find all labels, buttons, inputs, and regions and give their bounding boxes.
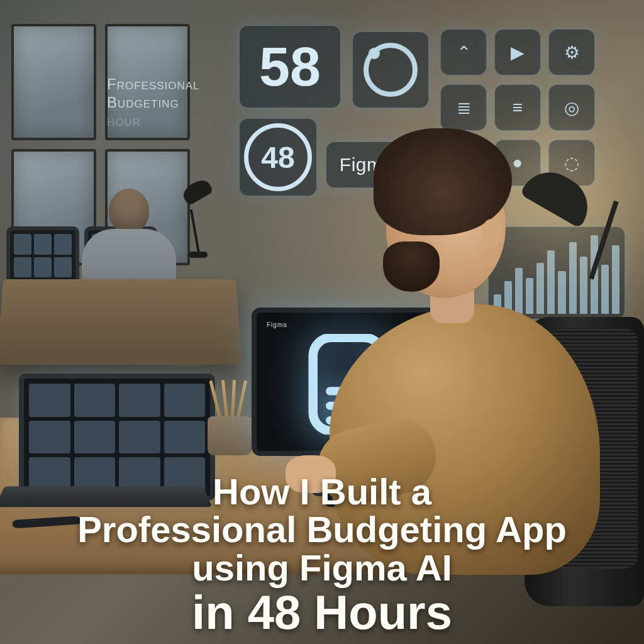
holo-chevron-icon: ⌃ [440, 29, 487, 75]
holo-list-icon: ≡ [494, 84, 541, 131]
holo-play-icon: ▶ [494, 29, 541, 75]
background-desk-lamp [176, 182, 226, 258]
background-desk [0, 279, 243, 365]
ghost-line: hour [107, 112, 200, 130]
holo-big-number: 58 [259, 35, 321, 99]
headline-line-3: using Figma AI [0, 549, 644, 587]
headline-line-2: Professional Budgeting App [0, 511, 644, 549]
headline-line-1: How I Built a [0, 473, 644, 511]
holo-target-icon [352, 31, 429, 108]
pencil-cup [208, 405, 252, 455]
holo-gear-icon: ⚙ [548, 29, 595, 75]
holo-48-badge: 48 [239, 118, 317, 196]
monitor-brand-label: Figma [267, 321, 287, 328]
holo-info-icon: ◎ [548, 84, 595, 131]
ghost-line: Frofessional [107, 75, 200, 94]
thumbnail-scene: Frofessional Budgeting hour 58 ⌃ ▶ ⚙ ≣ ≡… [0, 0, 644, 644]
headline-line-4: in 48 Hours [0, 587, 644, 638]
ghost-line: Budgeting [107, 94, 200, 112]
headline-text: How I Built a Professional Budgeting App… [0, 473, 644, 638]
holo-big-number-card: 58 [239, 25, 341, 108]
holo-circle-number: 48 [261, 140, 294, 175]
floating-ghost-text: Frofessional Budgeting hour [107, 75, 200, 130]
holo-doc-icon: ≣ [440, 84, 487, 131]
